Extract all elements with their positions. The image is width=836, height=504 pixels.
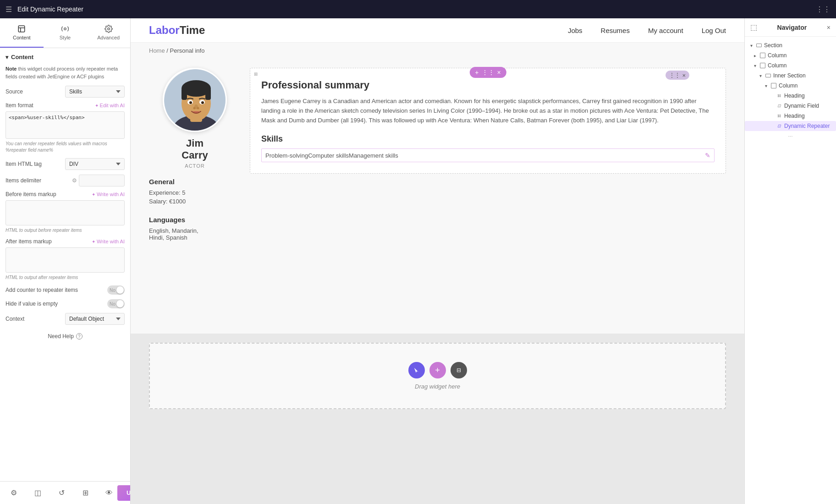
drag-text: Drag widget here (415, 383, 460, 390)
items-delimiter-label: Items delimiter (6, 177, 41, 184)
hide-if-empty-toggle[interactable]: No (107, 299, 125, 308)
nav-column3-label: Column (779, 82, 798, 89)
nav-inner-section[interactable]: ▾ Inner Section (745, 71, 836, 81)
profile-languages-section: Languages English, Mandarin, Hindi, Span… (149, 216, 241, 243)
tab-advanced[interactable]: Advanced (87, 18, 130, 48)
add-counter-label: Add counter to repeater items (6, 287, 78, 293)
before-items-label: Before items markup (6, 191, 56, 197)
nav-dynamic-field[interactable]: ⊡ Dynamic Field (745, 101, 836, 111)
before-items-help: HTML to output before repeater items (6, 227, 125, 234)
add-counter-toggle[interactable]: No (107, 285, 125, 295)
before-items-section: Before items markup Write with AI HTML t… (6, 191, 125, 234)
nav-heading2-label: Heading (784, 113, 805, 119)
item-format-textarea[interactable]: <span>%user-skill%</span> (6, 111, 125, 139)
profile-card: Jim Carry ACTOR General Experience: 5 Sa… (149, 68, 241, 324)
navigator-close-btn[interactable]: × (827, 24, 830, 31)
items-delimiter-row: Items delimiter ⚙ (6, 175, 125, 186)
svg-point-4 (107, 28, 110, 30)
nav-column3[interactable]: ▾ Column (745, 81, 836, 91)
svg-point-3 (64, 28, 66, 30)
svg-point-14 (189, 101, 192, 104)
resume-main: ⊞ Professional summary James Eugene Carr… (250, 68, 726, 174)
languages-title: Languages (149, 216, 241, 224)
heading1-icon: H (776, 93, 782, 99)
write-with-ai-link-2[interactable]: Write with AI (92, 239, 125, 244)
history-icon[interactable]: ↺ (53, 485, 70, 501)
nav-section-label: Section (764, 42, 782, 49)
skills-section: Skills Problem-solvingComputer skillsMan… (261, 134, 715, 162)
navigator-panel: ⬚ Navigator × ▾ Section ▸ Column ▾ Colum… (744, 18, 836, 504)
eye-icon[interactable]: 👁 (101, 485, 117, 501)
section-add-btn[interactable]: + (475, 69, 478, 76)
navigator-back-icon[interactable]: ⬚ (750, 23, 757, 32)
section-icon (756, 42, 762, 49)
widget-add-btn[interactable]: + (429, 362, 446, 378)
column1-icon (759, 52, 766, 59)
nav-dynamic-repeater[interactable]: ⊡ Dynamic Repeater (745, 121, 836, 131)
delimiter-input[interactable] (79, 175, 125, 186)
item-html-tag-select[interactable]: DIV (65, 158, 125, 170)
item-html-tag-label: Item HTML tag (6, 161, 42, 167)
item-format-header: Item format Edit with AI (6, 102, 125, 109)
section-close-btn[interactable]: × (497, 69, 501, 76)
context-row: Context Default Object (6, 313, 125, 325)
update-button[interactable]: Update ▾ (117, 485, 131, 501)
grid-icon[interactable]: ⋮⋮ (816, 5, 830, 14)
panel-tabs: Content Style Advanced (0, 18, 130, 48)
hamburger-icon[interactable]: ☰ (6, 5, 12, 14)
general-title: General (149, 178, 241, 186)
nav-heading2[interactable]: H Heading (745, 111, 836, 121)
template-icon[interactable]: ⊞ (77, 485, 94, 501)
need-help[interactable]: Need Help ? (6, 329, 125, 343)
panel-content: Content Note this widget could process o… (0, 48, 130, 481)
nav-tree: ▾ Section ▸ Column ▾ Column ▾ Inner Sect… (745, 37, 836, 504)
website-header: LaborTime Jobs Resumes My account Log Ou… (131, 18, 744, 43)
source-label: Source (6, 88, 23, 95)
nav-resumes[interactable]: Resumes (601, 27, 630, 34)
canvas-area: LaborTime Jobs Resumes My account Log Ou… (131, 18, 744, 504)
edit-with-ai-link[interactable]: Edit with AI (95, 103, 125, 108)
inner-close-btn[interactable]: × (682, 72, 686, 78)
tab-content[interactable]: Content (0, 18, 44, 48)
nav-expand-col2: ▾ (752, 63, 758, 68)
nav-my-account[interactable]: My account (648, 27, 683, 34)
skills-edit-icon[interactable]: ✎ (705, 152, 710, 159)
resume-wrapper: + ⋮⋮ × ⋮⋮ × ⊞ Professional summary James… (250, 68, 726, 324)
bottom-bar: ⚙ ◫ ↺ ⊞ 👁 Update ▾ (0, 481, 130, 504)
nav-expand-inner: ▾ (758, 73, 763, 78)
widget-grid-btn[interactable]: ⊟ (451, 362, 467, 378)
write-with-ai-link-1[interactable]: Write with AI (92, 192, 125, 197)
drag-widget-area: + ⊟ Drag widget here (149, 343, 726, 409)
professional-summary-heading: Professional summary (261, 79, 715, 91)
skills-value[interactable]: Problem-solvingComputer skillsManagement… (261, 148, 715, 162)
widget-cursor-btn[interactable] (408, 362, 425, 378)
after-items-textarea[interactable] (6, 247, 125, 273)
after-items-help: HTML to output after repeater items (6, 274, 125, 281)
settings-icon[interactable]: ⚙ (6, 485, 22, 501)
nav-logout[interactable]: Log Out (702, 27, 726, 34)
salary-item: Salary: €1000 (149, 198, 241, 205)
skills-heading: Skills (261, 134, 715, 144)
nav-expand-col3: ▾ (763, 83, 769, 88)
context-select[interactable]: Default Object (65, 313, 125, 325)
nav-section[interactable]: ▾ Section (745, 40, 836, 50)
profile-resume-section: Jim Carry ACTOR General Experience: 5 Sa… (131, 59, 744, 334)
breadcrumb-home[interactable]: Home (149, 47, 165, 54)
source-select[interactable]: Skills (65, 86, 125, 98)
item-format-label: Item format (6, 102, 33, 109)
before-items-textarea[interactable] (6, 200, 125, 225)
nav-jobs[interactable]: Jobs (568, 27, 583, 34)
nav-column2-label: Column (768, 62, 786, 69)
tab-style[interactable]: Style (44, 18, 87, 48)
layers-icon[interactable]: ◫ (29, 485, 46, 501)
hide-if-empty-row: Hide if value is empty No (6, 299, 125, 308)
profile-name: Jim Carry (182, 137, 208, 161)
nav-heading1[interactable]: H Heading (745, 91, 836, 101)
nav-column1[interactable]: ▸ Column (745, 50, 836, 60)
nav-column2[interactable]: ▾ Column (745, 60, 836, 71)
corner-handle[interactable]: ⊞ (252, 70, 259, 77)
breadcrumb-current: Personal info (170, 47, 205, 54)
source-row: Source Skills (6, 86, 125, 98)
note-text: Note this widget could process only repe… (6, 65, 125, 80)
after-items-label: After items markup (6, 238, 52, 245)
